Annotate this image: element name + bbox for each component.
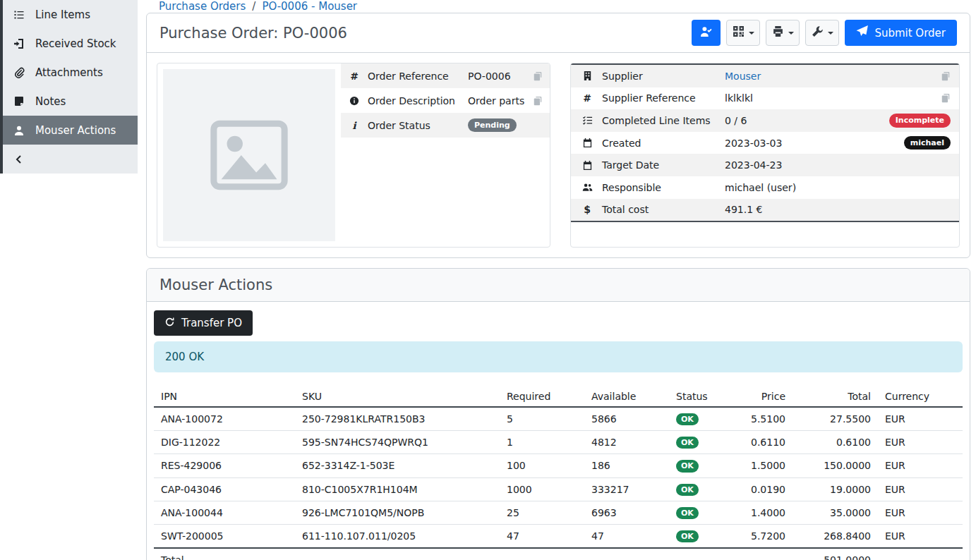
sidebar-collapse-button[interactable]: [3, 145, 138, 174]
mouser-actions-panel-header: Mouser Actions: [147, 269, 970, 302]
required-cell: 5: [500, 407, 584, 431]
status-cell: OK: [669, 524, 733, 548]
list-icon: [13, 8, 25, 21]
note-icon: [13, 95, 25, 108]
price-cell: 1.5000: [733, 454, 793, 477]
detail-row-total-cost: $ Total cost 491.1 €: [571, 199, 959, 221]
hash-icon: #: [579, 92, 595, 104]
refresh-icon: [164, 317, 175, 330]
detail-value: PO-0006: [468, 71, 526, 82]
ipn-cell: SWT-200005: [154, 524, 295, 548]
barcode-menu-button[interactable]: [726, 20, 760, 46]
price-cell: 0.6110: [733, 431, 793, 454]
copy-icon[interactable]: [941, 93, 951, 103]
image-placeholder-icon: [204, 110, 294, 200]
available-cell: 333217: [584, 477, 669, 501]
table-row: DIG-112022 595-SN74HCS74QPWRQ1 1 4812 OK…: [154, 431, 963, 454]
response-alert: 200 OK: [154, 341, 963, 372]
detail-value: Order parts: [468, 95, 526, 106]
sku-cell: 652-3314Z-1-503E: [295, 454, 500, 477]
header-available: Available: [584, 386, 669, 407]
price-cell: 5.7200: [733, 524, 793, 548]
currency-cell: EUR: [878, 454, 963, 477]
order-image-placeholder[interactable]: [163, 69, 335, 241]
ipn-cell: CAP-043046: [154, 477, 295, 501]
total-cell: 19.0000: [793, 477, 878, 501]
users-icon: [579, 182, 595, 193]
total-cell: 35.0000: [793, 501, 878, 524]
sku-cell: 611-110.107.011/0205: [295, 524, 500, 548]
building-icon: [579, 71, 595, 81]
copy-icon[interactable]: [941, 71, 951, 81]
sidebar: Line Items Received Stock Attachments No…: [0, 0, 138, 560]
sidebar-item-notes[interactable]: Notes: [3, 87, 138, 116]
submit-order-button[interactable]: Submit Order: [845, 20, 957, 46]
sku-cell: 810-C1005X7R1H104M: [295, 477, 500, 501]
sidebar-item-received-stock[interactable]: Received Stock: [3, 29, 138, 58]
available-cell: 47: [584, 524, 669, 548]
order-roles-button[interactable]: [692, 20, 721, 46]
sidebar-item-label: Line Items: [35, 8, 90, 21]
order-actions-menu-button[interactable]: [805, 20, 839, 46]
person-check-icon: [700, 25, 712, 40]
header-currency: Currency: [878, 386, 963, 407]
order-details-table: # Order Reference PO-0006 Order Descript…: [341, 63, 550, 138]
header-price: Price: [733, 386, 793, 407]
send-icon: [856, 25, 868, 40]
submit-order-label: Submit Order: [874, 27, 946, 39]
sidebar-item-line-items[interactable]: Line Items: [3, 0, 138, 29]
status-cell: OK: [669, 477, 733, 501]
order-info-row: # Order Reference PO-0006 Order Descript…: [147, 53, 970, 257]
copy-icon[interactable]: [533, 96, 543, 106]
chevron-down-icon: [788, 32, 794, 35]
sidebar-item-attachments[interactable]: Attachments: [3, 58, 138, 87]
user-icon: [13, 124, 25, 137]
qr-code-icon: [733, 25, 745, 40]
ok-badge: OK: [676, 484, 699, 496]
copy-icon[interactable]: [533, 71, 543, 81]
detail-row-order-description: Order Description Order parts: [341, 88, 550, 113]
dollar-icon: $: [579, 204, 595, 215]
detail-row-target-date: Target Date 2023-04-23: [571, 154, 959, 176]
supplier-details-card: Supplier Mouser # Supplier Reference: [570, 63, 960, 248]
breadcrumb-link-purchase-orders[interactable]: Purchase Orders: [159, 0, 246, 13]
transfer-po-button[interactable]: Transfer PO: [154, 310, 253, 336]
footer-total-label: Total: [154, 548, 295, 560]
ok-badge: OK: [676, 437, 699, 449]
status-cell: OK: [669, 431, 733, 454]
print-menu-button[interactable]: [766, 20, 800, 46]
detail-row-supplier-reference: # Supplier Reference lklklkl: [571, 87, 959, 110]
table-row: ANA-100072 250-72981KLRATR150B3 5 5866 O…: [154, 407, 963, 431]
ok-badge: OK: [676, 507, 699, 519]
sidebar-item-mouser-actions[interactable]: Mouser Actions: [3, 116, 138, 145]
supplier-link[interactable]: Mouser: [725, 71, 761, 82]
status-cell: OK: [669, 454, 733, 477]
incomplete-badge: Incomplete: [889, 114, 951, 127]
detail-value: Pending: [468, 118, 543, 132]
ipn-cell: DIG-112022: [154, 431, 295, 454]
detail-row-supplier: Supplier Mouser: [571, 65, 959, 87]
available-cell: 5866: [584, 407, 669, 431]
breadcrumb-link-current[interactable]: PO-0006 - Mouser: [262, 0, 357, 13]
total-cell: 0.6100: [793, 431, 878, 454]
detail-label: Responsible: [602, 182, 718, 193]
total-cell: 27.5500: [793, 407, 878, 431]
available-cell: 6963: [584, 501, 669, 524]
sku-cell: 250-72981KLRATR150B3: [295, 407, 500, 431]
detail-row-completed-line-items: Completed Line Items 0 / 6 Incomplete: [571, 109, 959, 132]
breadcrumb-separator: /: [252, 0, 255, 13]
currency-cell: EUR: [878, 524, 963, 548]
chevron-down-icon: [749, 32, 754, 35]
list-check-icon: [579, 115, 595, 126]
status-cell: OK: [669, 407, 733, 431]
currency-cell: EUR: [878, 477, 963, 501]
required-cell: 1: [500, 431, 584, 454]
detail-value: 0 / 6: [725, 115, 893, 126]
supplier-details-table: Supplier Mouser # Supplier Reference: [571, 63, 959, 222]
detail-label: Supplier: [602, 71, 718, 82]
sign-in-icon: [13, 37, 25, 50]
price-cell: 5.5100: [733, 407, 793, 431]
detail-value: 491.1 €: [725, 204, 893, 215]
required-cell: 1000: [500, 477, 584, 501]
breadcrumb: Purchase Orders / PO-0006 - Mouser: [146, 0, 970, 13]
